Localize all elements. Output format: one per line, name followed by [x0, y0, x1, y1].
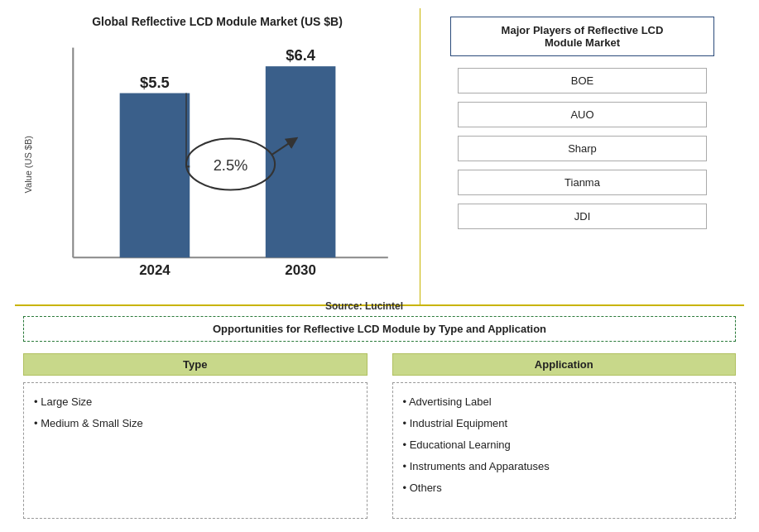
- player-item-tianma: Tianma: [458, 170, 708, 195]
- player-item-sharp: Sharp: [458, 136, 708, 161]
- players-title: Major Players of Reflective LCD Module M…: [450, 17, 715, 56]
- svg-text:2024: 2024: [139, 262, 171, 278]
- bottom-columns: Type Large Size Medium & Small Size Appl…: [23, 353, 736, 519]
- y-axis-label: Value (US $B): [23, 136, 33, 194]
- bar-2030: [266, 66, 336, 257]
- application-column: Application Advertising Label Industrial…: [392, 353, 737, 519]
- application-body: Advertising Label Industrial Equipment E…: [392, 382, 737, 519]
- svg-text:2.5%: 2.5%: [214, 156, 248, 174]
- type-item-1: Medium & Small Size: [34, 413, 357, 434]
- player-item-boe: BOE: [458, 68, 708, 93]
- type-body: Large Size Medium & Small Size: [23, 382, 367, 519]
- app-item-1: Industrial Equipment: [403, 413, 726, 434]
- type-header: Type: [23, 353, 367, 376]
- player-item-auo: AUO: [458, 102, 708, 127]
- page-container: Global Reflective LCD Module Market (US …: [0, 0, 759, 532]
- app-item-3: Instruments and Apparatuses: [403, 456, 726, 477]
- app-item-2: Educational Learning: [403, 434, 726, 456]
- application-header: Application: [392, 353, 737, 376]
- bar-2024: [120, 93, 190, 258]
- bottom-section: Opportunities for Reflective LCD Module …: [15, 306, 744, 524]
- opportunities-title: Opportunities for Reflective LCD Module …: [23, 316, 736, 342]
- svg-text:$5.5: $5.5: [140, 74, 170, 91]
- type-column: Type Large Size Medium & Small Size: [23, 353, 367, 519]
- players-area: Major Players of Reflective LCD Module M…: [420, 8, 744, 304]
- app-item-0: Advertising Label: [403, 391, 726, 413]
- chart-svg: $5.5 2024 $6.4 2030 2.: [38, 35, 411, 294]
- top-section: Global Reflective LCD Module Market (US …: [15, 8, 744, 306]
- type-item-0: Large Size: [34, 391, 357, 413]
- svg-text:$6.4: $6.4: [286, 46, 315, 64]
- chart-area: Global Reflective LCD Module Market (US …: [15, 8, 420, 304]
- player-item-jdi: JDI: [458, 204, 708, 229]
- bar-chart: $5.5 2024 $6.4 2030 2.: [38, 35, 411, 294]
- app-item-4: Others: [403, 477, 726, 499]
- chart-title: Global Reflective LCD Module Market (US …: [92, 15, 343, 28]
- svg-text:2030: 2030: [285, 262, 316, 278]
